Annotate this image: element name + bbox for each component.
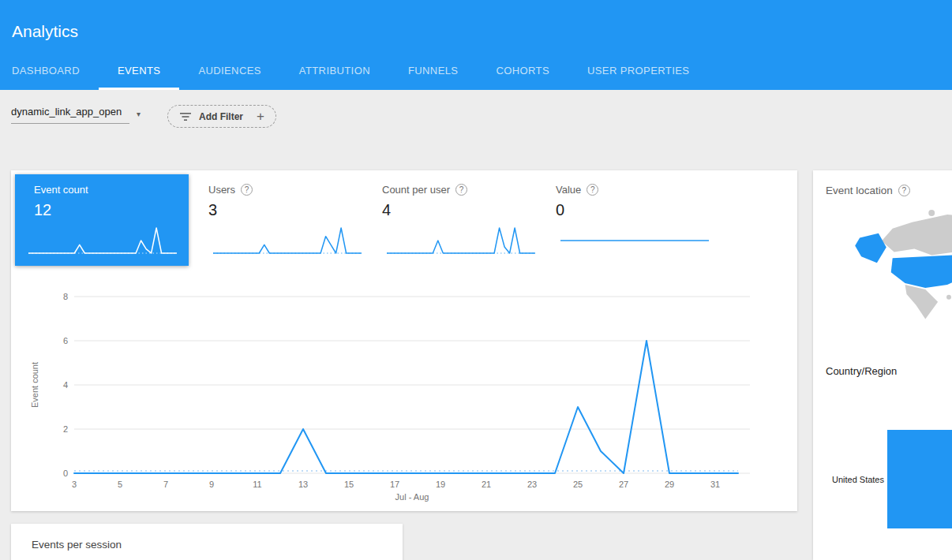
svg-text:27: 27 [619, 480, 628, 489]
help-icon[interactable]: ? [241, 184, 253, 196]
users-sparkline [208, 222, 366, 258]
metric-label: Count per user [382, 184, 450, 196]
app-header: Analytics DASHBOARD EVENTS AUDIENCES ATT… [0, 0, 952, 90]
event-selector-dropdown[interactable]: dynamic_link_app_open ▾ [11, 106, 141, 124]
event-count-sparkline [24, 222, 182, 258]
svg-text:31: 31 [710, 480, 720, 489]
page-title: Analytics [12, 22, 78, 41]
svg-text:25: 25 [573, 480, 583, 489]
svg-text:0: 0 [63, 469, 68, 478]
plus-icon: + [257, 110, 264, 123]
country-label: United States [813, 475, 887, 484]
tab-user-properties[interactable]: USER PROPERTIES [568, 51, 708, 90]
metric-label: Event count [34, 184, 181, 196]
dropdown-caret-icon: ▾ [137, 110, 141, 124]
svg-text:3: 3 [72, 480, 77, 489]
metric-tile-value[interactable]: Value ? 0 [548, 174, 721, 266]
country-bar-united-states[interactable] [887, 430, 952, 528]
filter-bar: dynamic_link_app_open ▾ Add Filter + [0, 90, 952, 170]
events-per-session-card: Events per session [11, 524, 403, 560]
svg-text:13: 13 [298, 480, 308, 489]
help-icon[interactable]: ? [455, 184, 467, 196]
metric-value: 12 [34, 201, 181, 219]
svg-text:4: 4 [63, 380, 68, 390]
svg-text:29: 29 [665, 480, 674, 489]
add-filter-button[interactable]: Add Filter + [167, 105, 276, 128]
svg-text:19: 19 [436, 480, 445, 489]
svg-text:21: 21 [482, 480, 491, 489]
metric-tile-users[interactable]: Users ? 3 [201, 174, 374, 266]
metric-label: Value [556, 184, 581, 196]
add-filter-label: Add Filter [199, 111, 243, 122]
metric-tile-event-count[interactable]: Event count 12 [15, 174, 189, 266]
country-bar-row: United States [813, 430, 952, 528]
events-overview-card: 0246835791113151719212325272931Jul - Aug… [11, 170, 797, 511]
help-icon[interactable]: ? [898, 185, 910, 196]
svg-text:15: 15 [344, 480, 354, 489]
svg-text:9: 9 [209, 480, 214, 489]
tab-dashboard[interactable]: DASHBOARD [0, 51, 99, 90]
tab-events[interactable]: EVENTS [99, 51, 179, 90]
tab-bar: DASHBOARD EVENTS AUDIENCES ATTRIBUTION F… [0, 51, 708, 90]
svg-text:23: 23 [527, 480, 537, 489]
svg-text:Event count: Event count [30, 362, 39, 408]
svg-text:17: 17 [390, 480, 399, 489]
tab-funnels[interactable]: FUNNELS [389, 51, 477, 90]
tab-audiences[interactable]: AUDIENCES [179, 51, 279, 90]
svg-text:5: 5 [118, 480, 122, 489]
svg-text:Jul - Aug: Jul - Aug [395, 492, 429, 502]
svg-text:7: 7 [163, 480, 168, 489]
event-location-card: Event location ? Country/Region United S… [813, 170, 952, 560]
card-title: Events per session [11, 524, 403, 551]
card-title: Event location [826, 185, 893, 196]
value-sparkline [556, 222, 714, 258]
svg-text:6: 6 [63, 336, 68, 345]
tab-attribution[interactable]: ATTRIBUTION [280, 51, 389, 90]
event-selector-value: dynamic_link_app_open [11, 106, 129, 124]
svg-text:2: 2 [63, 424, 68, 434]
filter-icon [179, 112, 192, 121]
metric-value: 3 [208, 201, 366, 219]
country-region-label: Country/Region [826, 365, 897, 377]
metric-value: 0 [556, 201, 714, 219]
tab-cohorts[interactable]: COHORTS [477, 51, 568, 90]
world-map [837, 207, 952, 363]
help-icon[interactable]: ? [587, 184, 598, 196]
metric-value: 4 [382, 201, 540, 219]
metric-tile-count-per-user[interactable]: Count per user ? 4 [374, 174, 548, 266]
svg-text:11: 11 [253, 480, 261, 489]
count-per-user-sparkline [382, 222, 540, 258]
svg-text:8: 8 [63, 292, 68, 301]
metric-label: Users [208, 184, 235, 196]
